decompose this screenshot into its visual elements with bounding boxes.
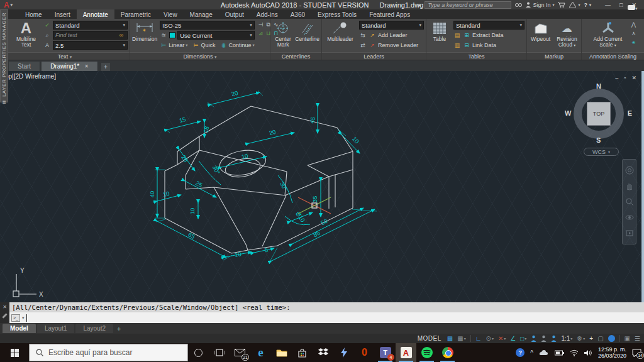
ribbon-tab-add-ins[interactable]: Add-ins <box>250 9 284 19</box>
autocad-taskbar-button[interactable]: A <box>396 343 416 362</box>
taskbar-search[interactable]: Escribe aquí para buscar <box>29 344 188 361</box>
link-data-button[interactable]: Link Data <box>472 42 496 48</box>
drawing-canvas[interactable]: Top|[2D Wireframe] – ▫ ✕ <box>0 71 644 302</box>
ribbon-tab-annotate[interactable]: Annotate <box>77 9 114 19</box>
center-mark-button[interactable]: Center Mark <box>272 20 294 51</box>
taskbar-clock[interactable]: 12:59 p. m. 26/03/2020 <box>598 346 626 359</box>
extract-data-button[interactable]: Extract Data <box>472 32 504 38</box>
annoscale-tool-icon[interactable]: ⋏ <box>630 30 638 39</box>
viewcube-south[interactable]: S <box>596 136 601 144</box>
onedrive-icon[interactable] <box>539 349 549 356</box>
text-style-dropdown[interactable]: Standard▾ <box>53 21 128 30</box>
wifi-icon[interactable] <box>570 349 579 356</box>
panel-label-text[interactable]: Text ▾ <box>0 52 130 60</box>
dim-layer-dropdown[interactable]: Use Current▾ <box>177 31 255 40</box>
wcs-menu[interactable]: WCS▾ <box>584 148 619 156</box>
customization-menu-icon[interactable]: ☰ <box>635 335 640 342</box>
isodraft-toggle[interactable]: ✕▾ <box>498 335 506 342</box>
mail-button[interactable]: 21 <box>230 343 250 362</box>
task-view-button[interactable] <box>209 343 230 362</box>
new-layout-button[interactable]: + <box>114 324 123 333</box>
command-history[interactable]: [All/Center/Dynamic/Extents/Previous/Sca… <box>9 302 644 312</box>
remove-leader-button[interactable]: Remove Leader <box>378 42 418 48</box>
linear-button[interactable]: ⊢Linear▾ <box>160 42 187 48</box>
office-button[interactable]: 0 <box>354 343 375 362</box>
inspect-icon[interactable]: ⊿ <box>257 30 265 39</box>
search-expand-icon[interactable]: ▸ <box>418 2 421 8</box>
viewcube-west[interactable]: W <box>565 109 571 117</box>
find-icon[interactable]: ⌕ <box>43 32 51 39</box>
object-snap-toggle[interactable]: □▾ <box>520 335 526 342</box>
break-dim-icon[interactable]: ⊣ <box>257 21 265 30</box>
ribbon-collapse-button[interactable]: ▾ <box>628 1 639 8</box>
ribbon-tab-output[interactable]: Output <box>219 9 250 19</box>
maximize-button[interactable]: □ <box>619 2 623 8</box>
text-height-dropdown[interactable]: 2.5▾ <box>53 41 128 50</box>
annoscale-tool-icon[interactable]: ⋀ <box>630 21 638 30</box>
collect-icon[interactable]: ⇆ <box>359 32 367 38</box>
add-leader-button[interactable]: Add Leader <box>378 32 408 38</box>
graphics-performance-icon[interactable] <box>608 335 615 342</box>
panel-label-dimensions[interactable]: Dimensions ▾ <box>130 52 270 60</box>
customization-plus[interactable]: + <box>589 335 593 342</box>
table-style-dropdown[interactable]: Standard▾ <box>453 21 525 30</box>
multiline-text-button[interactable]: A Multiline Text <box>11 20 41 51</box>
minimize-button[interactable]: — <box>605 2 611 8</box>
mleader-style-dropdown[interactable]: Standard▾ <box>359 21 424 30</box>
zoom-icon[interactable] <box>625 197 634 206</box>
edge-button[interactable]: e <box>250 343 271 362</box>
polar-tracking-toggle[interactable]: ⊙▾ <box>486 335 494 342</box>
text-height-icon[interactable]: A <box>43 42 51 48</box>
app-menu-button[interactable]: A▾ <box>0 0 16 9</box>
viewcube-east[interactable]: E <box>628 109 632 117</box>
continue-button[interactable]: ⋕Continue▾ <box>219 42 254 48</box>
ribbon-tab-manage[interactable]: Manage <box>184 9 219 19</box>
snap-toggle[interactable]: ▦▾ <box>457 335 465 342</box>
close-icon[interactable]: ✕ <box>84 63 89 69</box>
panel-label-markup[interactable]: Markup <box>527 52 581 60</box>
align-icon[interactable]: ⇄ <box>359 42 367 48</box>
file-explorer-button[interactable] <box>271 343 292 362</box>
dropbox-button[interactable] <box>313 343 333 362</box>
a360-icon[interactable]: ▾ <box>569 2 580 8</box>
ribbon-tab-parametric[interactable]: Parametric <box>114 9 157 19</box>
multileader-button[interactable]: Multileader <box>324 20 357 51</box>
autoscale-toggle[interactable] <box>541 335 547 342</box>
panel-label-centerlines[interactable]: Centerlines <box>270 52 321 60</box>
ribbon-tab-featured-apps[interactable]: Featured Apps <box>363 9 416 19</box>
app-store-cart-icon[interactable] <box>558 2 565 8</box>
store-button[interactable] <box>292 343 313 362</box>
annotation-visibility-toggle[interactable] <box>531 335 536 342</box>
help-icon[interactable]: ?▾ <box>584 2 592 8</box>
battery-icon[interactable] <box>555 350 564 356</box>
search-icon[interactable] <box>515 3 522 8</box>
model-space-indicator[interactable]: MODEL <box>418 335 441 342</box>
new-drawing-button[interactable]: + <box>101 63 110 71</box>
orbit-icon[interactable] <box>625 213 634 222</box>
sign-in-button[interactable]: Sign In ▾ <box>526 2 554 8</box>
help-tray-icon[interactable]: ? <box>516 348 525 357</box>
layer-properties-palette-tab[interactable]: LAYER PROPERTIES MANAGER ≣ <box>0 9 8 102</box>
ribbon-tab-home[interactable]: Home <box>19 9 48 19</box>
tab-model[interactable]: Model <box>3 324 36 333</box>
wrench-icon[interactable] <box>2 313 7 318</box>
tab-layout2[interactable]: Layout2 <box>75 324 113 333</box>
clean-screen-icon[interactable]: ▣ <box>625 335 630 342</box>
annotation-scale-icon[interactable] <box>551 335 557 342</box>
revision-cloud-button[interactable]: ☁ Revision Cloud ▾ <box>555 20 579 51</box>
viewcube-north[interactable]: N <box>596 82 601 90</box>
dim-style-dropdown[interactable]: ISO-25▾ <box>160 21 255 30</box>
command-close-icon[interactable]: ✕ <box>3 304 7 310</box>
annoscale-tool-icon[interactable]: ⚹ <box>630 39 638 48</box>
workspace-switching-gear[interactable]: ⚙▾ <box>577 335 585 342</box>
panel-label-tables[interactable]: Tables <box>426 52 526 60</box>
dimension-button[interactable]: ✶ Dimension <box>132 20 157 51</box>
lightning-app-button[interactable] <box>333 343 354 362</box>
navigation-wheel-icon[interactable] <box>625 166 634 175</box>
centerline-button[interactable]: Centerline <box>295 20 319 51</box>
cortana-button[interactable] <box>188 343 209 362</box>
table-button[interactable]: Table <box>428 20 451 51</box>
chrome-button[interactable] <box>437 343 458 362</box>
annotation-scale-value[interactable]: 1:1▾ <box>561 335 572 342</box>
showmotion-icon[interactable] <box>625 229 634 238</box>
